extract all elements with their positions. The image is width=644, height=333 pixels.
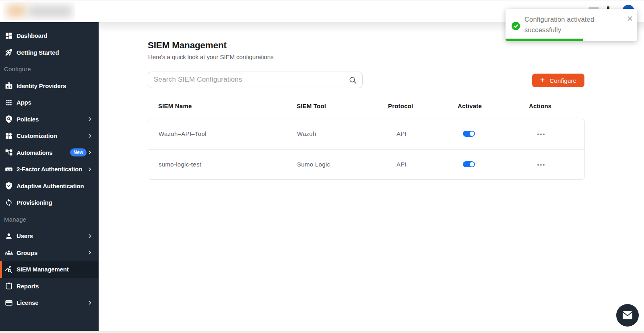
svg-text:123: 123 [7,168,11,171]
